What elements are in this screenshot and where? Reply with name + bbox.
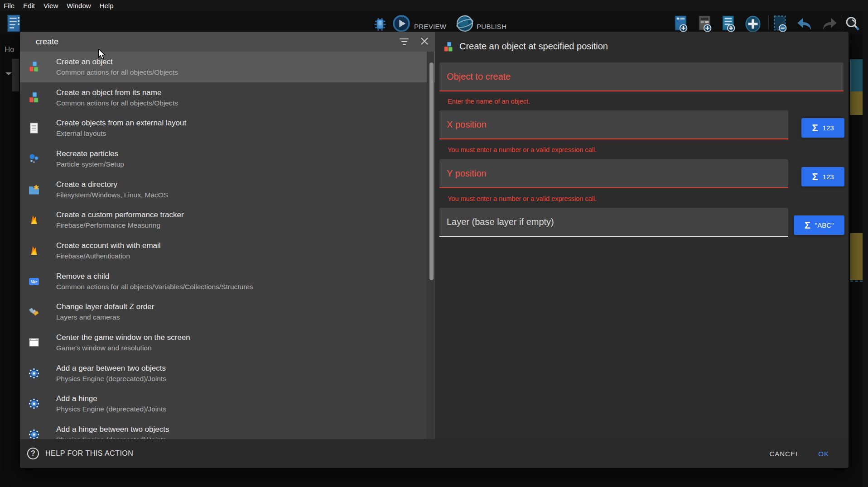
action-list-item[interactable]: Add a hinge Physics Engine (deprecated)/… [20, 389, 435, 420]
search-bar [20, 32, 435, 52]
var-badge-icon: Var [28, 276, 40, 287]
object-to-create-field[interactable] [439, 62, 844, 91]
physics-gear-icon [28, 398, 40, 410]
action-title: Create objects from an external layout [56, 118, 186, 129]
action-list-item[interactable]: Create an object Common actions for all … [20, 52, 435, 82]
main-toolbar: PREVIEW PUBLISH [0, 11, 868, 34]
sigma-icon: Σ [805, 220, 810, 230]
help-icon: ? [27, 448, 39, 459]
menu-help[interactable]: Help [100, 2, 114, 10]
cancel-button[interactable]: CANCEL [769, 450, 800, 458]
action-group-path: Filesystem/Windows, Linux, MacOS [56, 190, 168, 200]
action-list-item[interactable]: Create account with with email Firebase/… [20, 235, 435, 266]
action-group-path: Physics Engine (deprecated)/Joints [56, 374, 166, 384]
action-group-path: Game's window and resolution [56, 343, 190, 353]
footer-actions: CANCEL OK [769, 450, 829, 458]
action-title: Create a custom performance tracker [56, 210, 184, 220]
action-list-item[interactable]: Create a custom performance tracker Fire… [20, 205, 435, 235]
layer-field[interactable] [439, 208, 788, 237]
chevron-down-icon [5, 72, 12, 75]
x-position-input[interactable] [439, 110, 788, 138]
layer-expression-button[interactable]: Σ "ABC" [794, 215, 844, 235]
ok-button[interactable]: OK [818, 450, 829, 458]
action-title: Add a gear between two objects [56, 363, 166, 374]
menu-window[interactable]: Window [67, 2, 91, 10]
objects-cubes-icon [28, 92, 40, 104]
layer-input[interactable] [439, 208, 788, 236]
firebase-flame-icon [28, 245, 40, 257]
list-scrollbar-thumb[interactable] [429, 62, 434, 280]
action-list-item[interactable]: Create objects from an external layout E… [20, 113, 435, 143]
action-group-path: Firebase/Authentication [56, 251, 161, 261]
y-position-field[interactable] [439, 159, 788, 188]
x-expression-button[interactable]: Σ 123 [801, 118, 844, 138]
y-position-input[interactable] [439, 159, 788, 187]
action-list-item[interactable]: Create a directory Filesystem/Windows, L… [20, 174, 435, 205]
sigma-icon: Σ [812, 123, 818, 133]
object-to-create-input[interactable] [439, 62, 844, 91]
menu-bar: File Edit View Window Help [0, 0, 868, 11]
folder-star-icon [28, 184, 40, 196]
action-group-path: Layers and cameras [56, 312, 154, 322]
y-expression-button[interactable]: Σ 123 [801, 167, 844, 186]
toolbar-separator [768, 15, 769, 30]
object-helper-text: Enter the name of an object. [448, 98, 530, 105]
x-position-field[interactable] [439, 110, 788, 139]
action-editor-dialog: Create an object Common actions for all … [20, 32, 849, 468]
redo-icon[interactable] [821, 17, 838, 33]
action-group-path: Common actions for all objects/Objects [56, 98, 178, 108]
action-group-path: Firebase/Performance Measuring [56, 220, 184, 230]
x-error-text: You must enter a number or a valid expre… [448, 146, 597, 153]
close-icon[interactable] [417, 34, 432, 49]
panel-title: Create an object at specified position [459, 41, 608, 52]
action-list-item[interactable]: Center the game window on the screen Gam… [20, 327, 435, 358]
action-group-path: Physics Engine (deprecated)/Joints [56, 404, 166, 414]
app-screen: File Edit View Window Help PREVIEW PUBLI… [0, 0, 868, 487]
objects-cubes-icon [28, 61, 40, 73]
physics-gear-icon [28, 368, 40, 379]
external-layout-icon [28, 122, 40, 134]
particles-icon [28, 153, 40, 165]
menu-view[interactable]: View [43, 2, 58, 10]
action-list-item[interactable]: Var Remove a child Common actions for al… [20, 266, 435, 297]
menu-file[interactable]: File [4, 2, 14, 10]
action-list-item[interactable]: Add a hinge between two objects Physics … [20, 419, 435, 439]
background-panel-fragment [12, 59, 19, 91]
publish-button[interactable]: PUBLISH [477, 23, 506, 30]
panel-title-icon [443, 42, 454, 53]
toolbar-separator [841, 15, 841, 30]
sigma-icon: Σ [812, 172, 818, 182]
y-error-text: You must enter a number or a valid expre… [448, 195, 597, 202]
action-title: Create an object from its name [56, 87, 178, 98]
dialog-footer: ? HELP FOR THIS ACTION CANCEL OK [20, 439, 849, 468]
action-group-path: External layouts [56, 129, 186, 138]
svg-text:Var: Var [31, 279, 38, 284]
action-title: Remove a child [56, 271, 253, 282]
layers-icon [28, 306, 40, 318]
action-group-path: Common actions for all objects/Variables… [56, 282, 253, 292]
action-list-item[interactable]: Recreate particles Particle system/Setup [20, 143, 435, 174]
action-title: Create a directory [56, 179, 168, 190]
background-tab-home: Ho [5, 45, 14, 54]
action-title: Create account with with email [56, 240, 161, 251]
action-parameters-pane: Create an object at specified position E… [435, 32, 849, 439]
action-title: Create an object [56, 57, 178, 67]
action-list-item[interactable]: Change layer default Z order Layers and … [20, 297, 435, 328]
preview-button[interactable]: PREVIEW [414, 23, 446, 30]
action-title: Center the game window on the screen [56, 332, 190, 343]
action-title: Recreate particles [56, 148, 124, 159]
game-window-icon [28, 337, 40, 349]
search-input[interactable] [36, 32, 385, 52]
action-group-path: Physics Engine (deprecated)/Joints [56, 435, 169, 439]
action-list-item[interactable]: Create an object from its name Common ac… [20, 82, 435, 113]
menu-edit[interactable]: Edit [23, 2, 35, 10]
action-title: Change layer default Z order [56, 301, 154, 312]
action-group-path: Particle system/Setup [56, 159, 124, 169]
filter-icon[interactable] [397, 35, 411, 48]
project-manager-icon[interactable] [6, 14, 22, 35]
undo-icon[interactable] [796, 17, 813, 33]
action-list-item[interactable]: Add a gear between two objects Physics E… [20, 358, 435, 389]
background-edge-column [863, 11, 868, 487]
help-button[interactable]: ? HELP FOR THIS ACTION [27, 448, 133, 459]
background-olive-strip [850, 91, 863, 115]
